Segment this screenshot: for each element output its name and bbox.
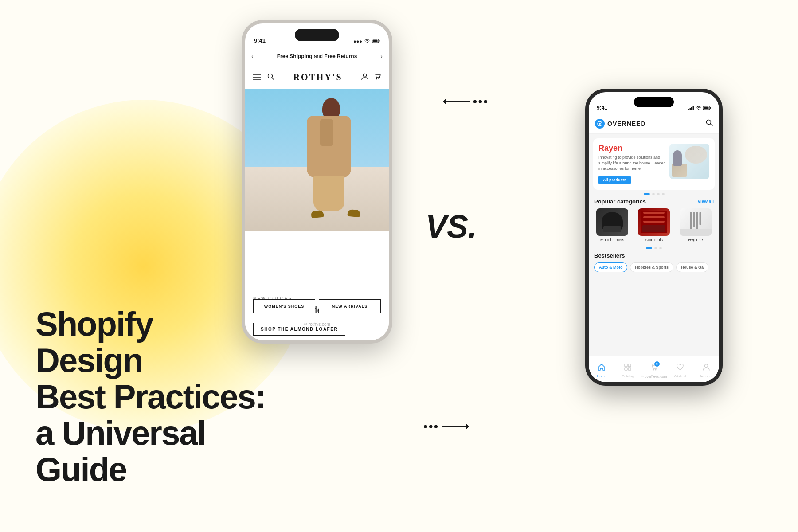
- brushes-base: [680, 229, 712, 236]
- figure-shoe-right: [347, 209, 360, 217]
- dot-2: [652, 193, 655, 195]
- hygiene-label: Hygiene: [688, 238, 703, 242]
- filter-tab-house[interactable]: House & Ga: [676, 262, 708, 272]
- rayen-img-decor-1: [685, 146, 707, 164]
- brush-1: [690, 212, 692, 230]
- rayen-description: Innovating to provide solutions and simp…: [598, 155, 665, 172]
- category-moto-helmets[interactable]: Moto helmets: [593, 208, 631, 242]
- moto-helmets-label: Moto helmets: [600, 238, 624, 242]
- categories-dots-indicator: [589, 247, 719, 249]
- hero-image: [245, 89, 389, 231]
- nav-left-icons: [253, 73, 274, 82]
- phone1-power-button: [391, 86, 392, 108]
- phone1-frame: 9:41 ●●●: [242, 20, 392, 344]
- phone2-search-icon[interactable]: [706, 119, 713, 128]
- popular-categories-header: Popular categories View all: [589, 198, 719, 208]
- account-icon[interactable]: [361, 73, 368, 82]
- notif-back-icon[interactable]: ‹: [251, 53, 254, 60]
- toolbox-drawer-3: [643, 221, 665, 223]
- svg-rect-13: [691, 107, 692, 110]
- phone1-vol-up-button: [242, 101, 243, 125]
- phone2-signal-icon: [688, 106, 694, 111]
- phone2-url: ᵃᵃ overneed.com: [589, 375, 719, 379]
- vs-label: VS.: [426, 208, 477, 245]
- phone1-status-icons: ●●●: [353, 38, 380, 44]
- phone1-time: 9:41: [254, 37, 266, 44]
- phone2-container: 9:41: [585, 89, 723, 386]
- brushes-group: [690, 212, 701, 231]
- svg-rect-1: [379, 40, 380, 42]
- svg-rect-17: [704, 106, 709, 109]
- filter-tab-auto-moto[interactable]: Auto & Moto: [594, 262, 627, 272]
- new-arrivals-button[interactable]: NEW ARRIVALS: [319, 299, 381, 313]
- categories-row: Moto helmets Auto tools: [589, 208, 719, 246]
- arrow-right: •••: [423, 419, 468, 434]
- account-icon-2: [702, 363, 710, 373]
- svg-point-27: [655, 369, 656, 370]
- rayen-img-tube: [673, 150, 682, 166]
- phone1-navbar: ROTHY'S: [245, 66, 389, 89]
- page-title: Shopify Design Best Practices: a Univers…: [35, 306, 266, 488]
- phone1-notification-banner[interactable]: ‹ Free Shipping and Free Returns ›: [245, 47, 389, 66]
- category-hygiene[interactable]: Hygiene: [677, 208, 715, 242]
- phone1-url: ᵃᵃ rothys.com: [245, 322, 389, 327]
- hero-dots-indicator: [589, 193, 719, 195]
- brush-2: [693, 212, 695, 227]
- phone1-vol-down-button: [242, 132, 243, 156]
- figure-lower: [313, 176, 344, 211]
- svg-rect-2: [373, 39, 378, 42]
- svg-point-10: [378, 78, 379, 79]
- auto-tools-image: [638, 208, 670, 236]
- toolbox-drawer-2: [643, 216, 665, 218]
- svg-point-28: [704, 364, 708, 367]
- phone1-wifi-icon: [364, 38, 370, 44]
- catalog-icon: [624, 363, 632, 373]
- rayen-product-image: [669, 144, 709, 179]
- rayen-title: Rayen: [598, 144, 665, 153]
- fashion-figure: [287, 89, 376, 227]
- home-icon: [598, 363, 606, 373]
- popular-categories-title: Popular categories: [594, 198, 646, 205]
- toolbox-base: [642, 225, 665, 232]
- rayen-promo-card[interactable]: Rayen Innovating to provide solutions an…: [593, 138, 715, 190]
- cart-icon[interactable]: [374, 73, 381, 82]
- rayen-text-block: Rayen Innovating to provide solutions an…: [598, 144, 665, 184]
- phone2-header: OVERNEED: [589, 113, 719, 134]
- svg-rect-23: [628, 364, 631, 367]
- helmet-visor: [603, 226, 621, 232]
- phone2-time: 9:41: [597, 105, 607, 111]
- figure-shoe-left: [311, 210, 324, 218]
- phone2-status-icons: [688, 105, 711, 111]
- bestsellers-title: Bestsellers: [594, 252, 714, 259]
- arrow-right-dots: •••: [423, 419, 439, 434]
- dot-3: [657, 193, 660, 195]
- filter-tab-hobbies[interactable]: Hobbies & Sports: [630, 262, 673, 272]
- svg-line-21: [710, 124, 712, 126]
- arrow-left-line: [444, 101, 470, 102]
- category-auto-tools[interactable]: Auto tools: [635, 208, 673, 242]
- arrow-left: •••: [444, 94, 489, 109]
- dynamic-island-2: [634, 97, 674, 107]
- rothys-brand-text: ROTHY'S: [293, 72, 342, 82]
- all-products-button[interactable]: All products: [598, 176, 631, 184]
- overneed-logo-text: OVERNEED: [607, 120, 646, 127]
- cart-badge-container: 5: [650, 363, 658, 373]
- phone2-power-button: [722, 150, 723, 170]
- wishlist-icon: [676, 363, 684, 373]
- svg-rect-11: [688, 109, 689, 110]
- phone2-wifi-icon: [696, 105, 702, 111]
- svg-line-7: [272, 78, 274, 80]
- search-icon[interactable]: [267, 73, 274, 82]
- hamburger-icon[interactable]: [253, 74, 261, 82]
- phone2-content: Rayen Innovating to provide solutions an…: [589, 134, 719, 356]
- phone1-mute-button: [242, 77, 243, 92]
- svg-rect-24: [625, 368, 627, 370]
- nav-right-icons: [361, 73, 381, 82]
- figure-body: [305, 98, 367, 222]
- notif-forward-icon[interactable]: ›: [380, 53, 383, 60]
- svg-rect-16: [710, 107, 711, 109]
- bestsellers-section: Bestsellers Auto & Moto Hobbies & Sports…: [589, 252, 719, 272]
- toolbox-drawer-1: [643, 212, 665, 214]
- view-all-categories-link[interactable]: View all: [697, 199, 714, 204]
- svg-point-19: [599, 123, 601, 125]
